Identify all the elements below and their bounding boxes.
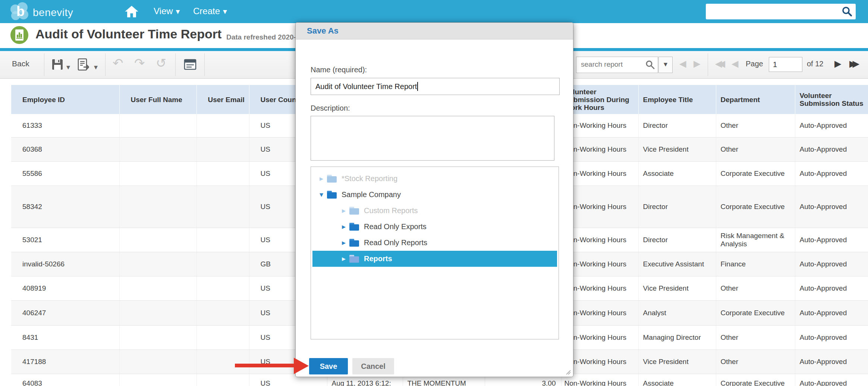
home-icon[interactable] (125, 5, 139, 18)
benevity-logo-icon[interactable]: b benevity (10, 1, 92, 22)
global-search (706, 4, 856, 19)
table-cell (119, 276, 196, 301)
table-cell: 53021 (11, 228, 119, 252)
column-header[interactable]: Employee ID (11, 85, 119, 114)
tree-item-read-only-reports[interactable]: ▶Read Only Reports (312, 235, 557, 251)
table-cell (119, 186, 196, 228)
text-cursor (417, 82, 418, 91)
page-label: Page (746, 60, 763, 68)
folder-icon (327, 175, 337, 183)
column-header[interactable]: Department (716, 85, 795, 114)
folder-icon (327, 191, 337, 199)
table-cell: Vice President (638, 137, 716, 162)
caret-collapsed-icon[interactable]: ▶ (340, 240, 347, 246)
table-cell (196, 162, 249, 186)
dialog-titlebar[interactable]: Save As (296, 23, 573, 39)
save-button[interactable]: Save (309, 358, 348, 374)
search-icon[interactable] (645, 60, 655, 70)
tree-item-custom-reports[interactable]: ▶Custom Reports (312, 203, 557, 219)
description-label: Description: (311, 104, 350, 113)
table-cell: Other (716, 137, 795, 162)
name-input[interactable]: Audit of Volunteer Time Report (311, 78, 560, 95)
caret-collapsed-icon[interactable]: ▶ (340, 256, 347, 262)
table-cell: Other (716, 350, 795, 374)
table-cell: Director (638, 228, 716, 252)
table-cell: 417188 (11, 350, 119, 374)
table-cell: Associate (638, 162, 716, 186)
resize-handle[interactable] (565, 369, 571, 375)
table-cell: Auto-Approved (795, 186, 868, 228)
table-cell: Corporate Executive (716, 301, 795, 326)
tree-item-read-only-exports[interactable]: ▶Read Only Exports (312, 219, 557, 235)
caret-collapsed-icon[interactable]: ▶ (340, 224, 347, 230)
column-header[interactable]: Volunteer Submission Status (795, 85, 868, 114)
revert-icon: ↺ (156, 56, 167, 70)
page-total-label: of 12 (807, 60, 823, 68)
screen: b benevity View▼ Create▼ Audit of Volunt… (0, 0, 868, 386)
tree-item-label: Reports (364, 254, 392, 263)
report-search-input[interactable] (576, 57, 645, 72)
folder-icon (349, 207, 359, 215)
report-view-icon[interactable] (183, 58, 197, 72)
table-cell: Auto-Approved (795, 114, 868, 137)
folder-icon (349, 255, 359, 263)
column-header[interactable]: Employee Title (638, 85, 716, 114)
tree-item-label: *Stock Reporting (342, 174, 397, 183)
caret-collapsed-icon[interactable]: ▶ (318, 176, 325, 181)
table-cell (119, 137, 196, 162)
table-cell: 408919 (11, 276, 119, 301)
table-cell: Auto-Approved (795, 326, 868, 350)
folder-icon (349, 223, 359, 231)
description-input[interactable] (311, 116, 554, 161)
table-cell: 55586 (11, 162, 119, 186)
tree-item-stock-reporting[interactable]: ▶*Stock Reporting (312, 171, 557, 187)
table-cell: invalid-50266 (11, 252, 119, 276)
table-cell: Vice President (638, 276, 716, 301)
caret-expanded-icon[interactable]: ▼ (318, 192, 325, 197)
save-icon[interactable] (51, 58, 64, 73)
table-cell: Director (638, 186, 716, 228)
next-page-icon[interactable]: ▶ (834, 58, 841, 69)
last-page-icon[interactable]: ▶▶ (849, 58, 859, 69)
report-type-icon (10, 26, 28, 44)
table-cell: Other (716, 276, 795, 301)
menu-view[interactable]: View▼ (154, 6, 180, 16)
find-next-icon: ▶ (694, 58, 700, 69)
search-options-caret-icon[interactable]: ▼ (658, 57, 673, 73)
table-cell (196, 137, 249, 162)
page-number-input[interactable] (769, 57, 802, 72)
table-cell: Other (716, 114, 795, 137)
back-button[interactable]: Back (12, 59, 29, 68)
redo-icon: ↷ (134, 56, 145, 70)
column-header[interactable]: User Full Name (119, 85, 196, 114)
tree-item-label: Sample Company (342, 190, 401, 199)
column-header[interactable]: User Email (196, 85, 249, 114)
tree-item-sample-company[interactable]: ▼Sample Company (312, 187, 557, 203)
table-cell (119, 228, 196, 252)
table-cell: Auto-Approved (795, 137, 868, 162)
menu-create[interactable]: Create▼ (193, 6, 227, 16)
table-cell (196, 114, 249, 137)
caret-collapsed-icon[interactable]: ▶ (340, 208, 347, 213)
dialog-title: Save As (307, 26, 339, 36)
tree-item-reports[interactable]: ▶Reports (312, 251, 557, 267)
table-cell (196, 374, 249, 386)
save-menu-caret-icon[interactable]: ▼ (66, 64, 70, 70)
cancel-button[interactable]: Cancel (352, 358, 394, 374)
search-icon[interactable] (842, 6, 853, 17)
brand-name: benevity (33, 7, 73, 19)
global-search-input[interactable] (706, 4, 843, 19)
table-cell: Associate (638, 374, 716, 386)
table-cell (119, 326, 196, 350)
page-title: Audit of Volunteer Time Report (35, 27, 221, 41)
table-cell (196, 186, 249, 228)
export-icon[interactable] (77, 58, 92, 73)
table-cell (196, 252, 249, 276)
export-menu-caret-icon[interactable]: ▼ (94, 64, 98, 70)
table-cell (119, 114, 196, 137)
table-cell: 58342 (11, 186, 119, 228)
tree-item-label: Custom Reports (364, 206, 418, 215)
folder-icon (349, 239, 359, 247)
table-cell: Auto-Approved (795, 374, 868, 386)
table-cell: Corporate Executive (716, 186, 795, 228)
